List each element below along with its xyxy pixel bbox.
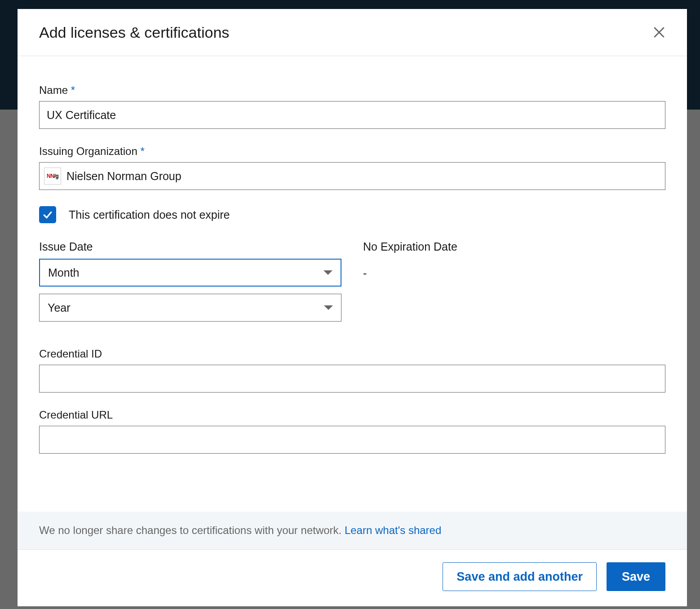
issue-date-label: Issue Date — [39, 240, 341, 253]
modal-body: Name * Issuing Organization * NN/g — [18, 56, 687, 512]
org-input[interactable] — [66, 163, 660, 190]
name-field-group: Name * — [39, 84, 665, 129]
issue-date-column: Issue Date Month Year — [39, 240, 341, 329]
credential-url-label: Credential URL — [39, 409, 665, 421]
issue-year-value: Year — [48, 301, 71, 314]
credential-id-label: Credential ID — [39, 348, 665, 360]
issue-year-select[interactable]: Year — [39, 294, 341, 322]
save-and-add-another-button[interactable]: Save and add another — [443, 562, 597, 591]
org-label: Issuing Organization * — [39, 145, 665, 158]
close-button[interactable] — [649, 22, 669, 42]
name-label: Name * — [39, 84, 665, 97]
issue-month-select[interactable]: Month — [39, 259, 341, 287]
credential-id-input[interactable] — [39, 365, 665, 393]
chevron-down-icon — [324, 305, 333, 310]
no-expire-row: This certification does not expire — [39, 206, 665, 223]
add-certification-modal: Add licenses & certifications Name * Iss… — [18, 9, 687, 606]
close-icon — [652, 25, 666, 40]
issue-month-value: Month — [48, 266, 79, 279]
modal-header: Add licenses & certifications — [18, 9, 687, 56]
info-banner-text: We no longer share changes to certificat… — [39, 524, 345, 536]
expiry-date-value: - — [363, 259, 665, 280]
credential-url-input[interactable] — [39, 426, 665, 454]
name-input[interactable] — [39, 101, 665, 129]
required-indicator: * — [71, 84, 75, 96]
chevron-down-icon — [323, 270, 332, 275]
name-label-text: Name — [39, 84, 68, 96]
date-row: Issue Date Month Year No Expiration Date… — [39, 240, 665, 329]
learn-more-link[interactable]: Learn what's shared — [345, 524, 441, 536]
org-label-text: Issuing Organization — [39, 145, 137, 157]
modal-footer: Save and add another Save — [18, 550, 687, 606]
no-expire-label: This certification does not expire — [69, 208, 230, 221]
info-banner: We no longer share changes to certificat… — [18, 512, 687, 550]
expiry-date-label: No Expiration Date — [363, 240, 665, 253]
org-input-wrapper[interactable]: NN/g — [39, 162, 665, 190]
expiry-date-column: No Expiration Date - — [363, 240, 665, 329]
credential-id-group: Credential ID — [39, 348, 665, 393]
no-expire-checkbox[interactable] — [39, 206, 56, 223]
save-button[interactable]: Save — [607, 562, 665, 591]
checkmark-icon — [42, 209, 53, 221]
modal-title: Add licenses & certifications — [39, 24, 229, 41]
org-logo-icon: NN/g — [44, 168, 61, 185]
required-indicator: * — [140, 145, 144, 157]
org-field-group: Issuing Organization * NN/g — [39, 145, 665, 190]
credential-url-group: Credential URL — [39, 409, 665, 454]
